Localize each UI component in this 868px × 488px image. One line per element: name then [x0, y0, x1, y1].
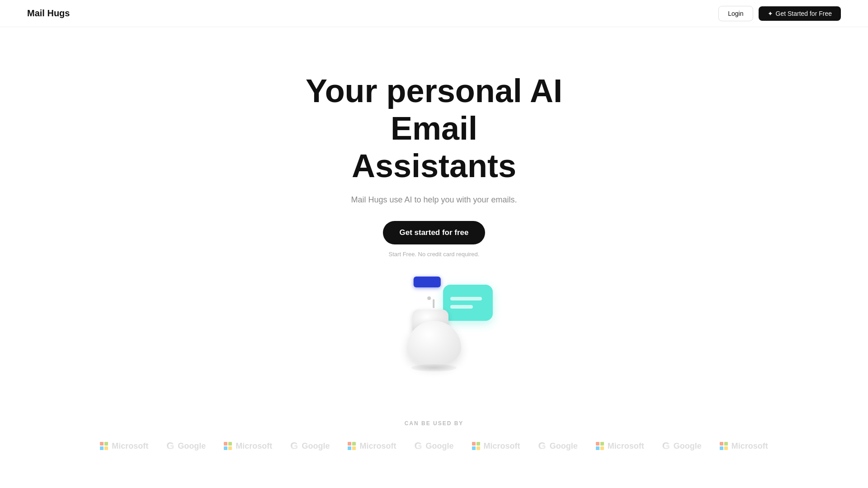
spark-icon: ✦ [768, 10, 773, 17]
microsoft-icon [100, 442, 108, 450]
google-label: Google [426, 441, 454, 451]
google-icon: G [290, 440, 298, 452]
get-started-cta-button[interactable]: Get started for free [383, 221, 485, 244]
get-started-nav-button[interactable]: ✦ Get Started for Free [759, 6, 841, 21]
google-label: Google [550, 441, 578, 451]
robot-shadow [411, 364, 457, 371]
microsoft-icon [224, 442, 232, 450]
used-by-section: CAN BE USED BY Microsoft G Google [0, 393, 868, 470]
nav-actions: Login ✦ Get Started for Free [718, 6, 841, 21]
microsoft-icon [596, 442, 604, 450]
robot-illustration [375, 276, 493, 375]
google-icon: G [166, 440, 174, 452]
hero-title: Your personal AI Email Assistants [276, 72, 592, 184]
robot-antenna [433, 299, 434, 308]
google-icon: G [414, 440, 422, 452]
microsoft-label: Microsoft [608, 441, 644, 451]
google-icon: G [662, 440, 670, 452]
logo: Mail Hugs [27, 8, 70, 19]
microsoft-label: Microsoft [731, 441, 768, 451]
hero-note: Start Free. No credit card required. [389, 251, 480, 258]
logo-item: Microsoft [224, 441, 272, 451]
google-label: Google [302, 441, 330, 451]
logo-item: Microsoft [596, 441, 644, 451]
logos-strip: Microsoft G Google Microsoft G Google [0, 440, 868, 452]
robot-antenna-ball [427, 296, 431, 300]
microsoft-icon [720, 442, 728, 450]
microsoft-icon [348, 442, 356, 450]
bubble-line-1 [450, 297, 482, 300]
used-by-label: CAN BE USED BY [0, 420, 868, 427]
logo-item: G Google [538, 440, 578, 452]
logo-item: G Google [290, 440, 330, 452]
chat-bubble-icon [443, 285, 493, 321]
logo-item: Microsoft [720, 441, 768, 451]
logo-item: G Google [662, 440, 702, 452]
logo-item: Microsoft [100, 441, 148, 451]
problem-section: PROBLEM [0, 470, 868, 488]
microsoft-label: Microsoft [112, 441, 148, 451]
logo-item: Microsoft [472, 441, 520, 451]
logo-item: G Google [414, 440, 453, 452]
google-label: Google [178, 441, 206, 451]
microsoft-label: Microsoft [484, 441, 520, 451]
microsoft-label: Microsoft [359, 441, 396, 451]
logo-item: Microsoft [348, 441, 396, 451]
microsoft-icon [472, 442, 480, 450]
google-icon: G [538, 440, 546, 452]
hero-subtitle: Mail Hugs use AI to help you with your e… [351, 195, 517, 205]
navbar: Mail Hugs Login ✦ Get Started for Free [0, 0, 868, 27]
robot-visor [414, 277, 441, 287]
google-label: Google [674, 441, 702, 451]
logo-item: G Google [166, 440, 206, 452]
microsoft-label: Microsoft [236, 441, 272, 451]
hero-section: Your personal AI Email Assistants Mail H… [0, 27, 868, 393]
bubble-line-2 [450, 305, 473, 309]
get-started-nav-label: Get Started for Free [776, 10, 832, 17]
login-button[interactable]: Login [718, 6, 753, 21]
